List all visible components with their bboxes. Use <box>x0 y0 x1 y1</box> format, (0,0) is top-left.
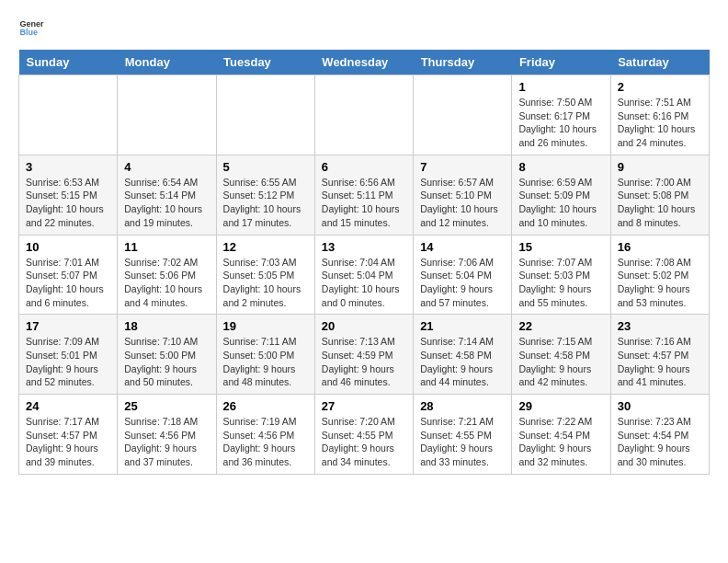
calendar-header: SundayMondayTuesdayWednesdayThursdayFrid… <box>19 50 710 75</box>
day-info: Sunrise: 7:19 AM Sunset: 4:56 PM Dayligh… <box>223 415 308 469</box>
calendar-cell: 9Sunrise: 7:00 AM Sunset: 5:08 PM Daylig… <box>610 155 709 235</box>
day-number: 16 <box>618 240 702 254</box>
calendar-cell: 30Sunrise: 7:23 AM Sunset: 4:54 PM Dayli… <box>610 395 709 475</box>
weekday-header-saturday: Saturday <box>610 50 709 75</box>
day-number: 20 <box>322 319 406 333</box>
day-number: 6 <box>322 160 406 174</box>
calendar-cell: 28Sunrise: 7:21 AM Sunset: 4:55 PM Dayli… <box>414 395 512 475</box>
day-info: Sunrise: 7:00 AM Sunset: 5:08 PM Dayligh… <box>618 176 702 230</box>
day-number: 4 <box>124 160 209 174</box>
day-info: Sunrise: 6:59 AM Sunset: 5:09 PM Dayligh… <box>518 176 603 230</box>
day-info: Sunrise: 7:50 AM Sunset: 6:17 PM Dayligh… <box>518 96 603 150</box>
day-number: 8 <box>518 160 603 174</box>
calendar-week-3: 10Sunrise: 7:01 AM Sunset: 5:07 PM Dayli… <box>19 235 710 315</box>
calendar-cell: 19Sunrise: 7:11 AM Sunset: 5:00 PM Dayli… <box>216 315 314 395</box>
logo-icon: General Blue <box>18 15 44 40</box>
weekday-header-sunday: Sunday <box>19 50 118 75</box>
day-info: Sunrise: 6:54 AM Sunset: 5:14 PM Dayligh… <box>124 176 209 230</box>
calendar-cell: 1Sunrise: 7:50 AM Sunset: 6:17 PM Daylig… <box>512 75 610 155</box>
day-info: Sunrise: 7:02 AM Sunset: 5:06 PM Dayligh… <box>124 256 209 310</box>
day-number: 12 <box>223 240 308 254</box>
calendar-cell: 27Sunrise: 7:20 AM Sunset: 4:55 PM Dayli… <box>314 395 413 475</box>
day-number: 23 <box>618 319 702 333</box>
day-info: Sunrise: 6:56 AM Sunset: 5:11 PM Dayligh… <box>322 176 406 230</box>
logo: General Blue <box>18 15 48 40</box>
day-info: Sunrise: 7:03 AM Sunset: 5:05 PM Dayligh… <box>223 256 308 310</box>
calendar-cell <box>414 75 512 155</box>
calendar-cell <box>118 75 216 155</box>
calendar-cell <box>19 75 118 155</box>
day-info: Sunrise: 7:11 AM Sunset: 5:00 PM Dayligh… <box>223 335 308 389</box>
header: General Blue <box>18 15 710 40</box>
day-info: Sunrise: 7:07 AM Sunset: 5:03 PM Dayligh… <box>518 256 603 310</box>
svg-text:Blue: Blue <box>19 28 38 37</box>
day-number: 19 <box>223 319 308 333</box>
calendar-cell: 14Sunrise: 7:06 AM Sunset: 5:04 PM Dayli… <box>414 235 512 315</box>
day-info: Sunrise: 7:10 AM Sunset: 5:00 PM Dayligh… <box>124 335 209 389</box>
calendar-cell: 5Sunrise: 6:55 AM Sunset: 5:12 PM Daylig… <box>216 155 314 235</box>
day-number: 25 <box>124 399 209 413</box>
calendar-cell: 16Sunrise: 7:08 AM Sunset: 5:02 PM Dayli… <box>610 235 709 315</box>
day-info: Sunrise: 7:18 AM Sunset: 4:56 PM Dayligh… <box>124 415 209 469</box>
day-info: Sunrise: 6:57 AM Sunset: 5:10 PM Dayligh… <box>420 176 505 230</box>
calendar-cell <box>314 75 413 155</box>
day-number: 22 <box>518 319 603 333</box>
day-number: 15 <box>518 240 603 254</box>
calendar-cell <box>216 75 314 155</box>
calendar-cell: 3Sunrise: 6:53 AM Sunset: 5:15 PM Daylig… <box>19 155 118 235</box>
svg-text:General: General <box>19 19 44 29</box>
calendar-week-5: 24Sunrise: 7:17 AM Sunset: 4:57 PM Dayli… <box>19 395 710 475</box>
weekday-header-friday: Friday <box>512 50 610 75</box>
weekday-header-thursday: Thursday <box>414 50 512 75</box>
calendar-cell: 26Sunrise: 7:19 AM Sunset: 4:56 PM Dayli… <box>216 395 314 475</box>
calendar-cell: 11Sunrise: 7:02 AM Sunset: 5:06 PM Dayli… <box>118 235 216 315</box>
day-info: Sunrise: 6:53 AM Sunset: 5:15 PM Dayligh… <box>26 176 110 230</box>
calendar-cell: 20Sunrise: 7:13 AM Sunset: 4:59 PM Dayli… <box>314 315 413 395</box>
day-number: 17 <box>26 319 110 333</box>
day-info: Sunrise: 6:55 AM Sunset: 5:12 PM Dayligh… <box>223 176 308 230</box>
calendar-week-2: 3Sunrise: 6:53 AM Sunset: 5:15 PM Daylig… <box>19 155 710 235</box>
calendar-table: SundayMondayTuesdayWednesdayThursdayFrid… <box>18 50 710 475</box>
day-number: 13 <box>322 240 406 254</box>
day-number: 1 <box>518 80 603 94</box>
calendar-cell: 8Sunrise: 6:59 AM Sunset: 5:09 PM Daylig… <box>512 155 610 235</box>
calendar-cell: 24Sunrise: 7:17 AM Sunset: 4:57 PM Dayli… <box>19 395 118 475</box>
day-number: 26 <box>223 399 308 413</box>
day-info: Sunrise: 7:17 AM Sunset: 4:57 PM Dayligh… <box>26 415 110 469</box>
weekday-header-monday: Monday <box>118 50 216 75</box>
day-number: 10 <box>26 240 110 254</box>
day-number: 3 <box>26 160 110 174</box>
calendar-cell: 10Sunrise: 7:01 AM Sunset: 5:07 PM Dayli… <box>19 235 118 315</box>
day-number: 11 <box>124 240 209 254</box>
day-info: Sunrise: 7:14 AM Sunset: 4:58 PM Dayligh… <box>420 335 505 389</box>
day-info: Sunrise: 7:08 AM Sunset: 5:02 PM Dayligh… <box>618 256 702 310</box>
day-info: Sunrise: 7:23 AM Sunset: 4:54 PM Dayligh… <box>618 415 702 469</box>
day-number: 18 <box>124 319 209 333</box>
day-number: 14 <box>420 240 505 254</box>
day-info: Sunrise: 7:04 AM Sunset: 5:04 PM Dayligh… <box>322 256 406 310</box>
calendar-cell: 6Sunrise: 6:56 AM Sunset: 5:11 PM Daylig… <box>314 155 413 235</box>
calendar-week-4: 17Sunrise: 7:09 AM Sunset: 5:01 PM Dayli… <box>19 315 710 395</box>
day-info: Sunrise: 7:13 AM Sunset: 4:59 PM Dayligh… <box>322 335 406 389</box>
calendar-cell: 18Sunrise: 7:10 AM Sunset: 5:00 PM Dayli… <box>118 315 216 395</box>
day-number: 28 <box>420 399 505 413</box>
day-info: Sunrise: 7:06 AM Sunset: 5:04 PM Dayligh… <box>420 256 505 310</box>
day-info: Sunrise: 7:21 AM Sunset: 4:55 PM Dayligh… <box>420 415 505 469</box>
day-number: 30 <box>618 399 702 413</box>
day-number: 29 <box>518 399 603 413</box>
calendar-cell: 13Sunrise: 7:04 AM Sunset: 5:04 PM Dayli… <box>314 235 413 315</box>
day-number: 5 <box>223 160 308 174</box>
calendar-cell: 29Sunrise: 7:22 AM Sunset: 4:54 PM Dayli… <box>512 395 610 475</box>
day-number: 21 <box>420 319 505 333</box>
calendar-cell: 15Sunrise: 7:07 AM Sunset: 5:03 PM Dayli… <box>512 235 610 315</box>
calendar-cell: 22Sunrise: 7:15 AM Sunset: 4:58 PM Dayli… <box>512 315 610 395</box>
calendar-cell: 25Sunrise: 7:18 AM Sunset: 4:56 PM Dayli… <box>118 395 216 475</box>
day-number: 27 <box>322 399 406 413</box>
calendar-cell: 7Sunrise: 6:57 AM Sunset: 5:10 PM Daylig… <box>414 155 512 235</box>
calendar-cell: 12Sunrise: 7:03 AM Sunset: 5:05 PM Dayli… <box>216 235 314 315</box>
day-info: Sunrise: 7:22 AM Sunset: 4:54 PM Dayligh… <box>518 415 603 469</box>
day-info: Sunrise: 7:51 AM Sunset: 6:16 PM Dayligh… <box>618 96 702 150</box>
day-info: Sunrise: 7:09 AM Sunset: 5:01 PM Dayligh… <box>26 335 110 389</box>
weekday-header-wednesday: Wednesday <box>314 50 413 75</box>
calendar-cell: 23Sunrise: 7:16 AM Sunset: 4:57 PM Dayli… <box>610 315 709 395</box>
